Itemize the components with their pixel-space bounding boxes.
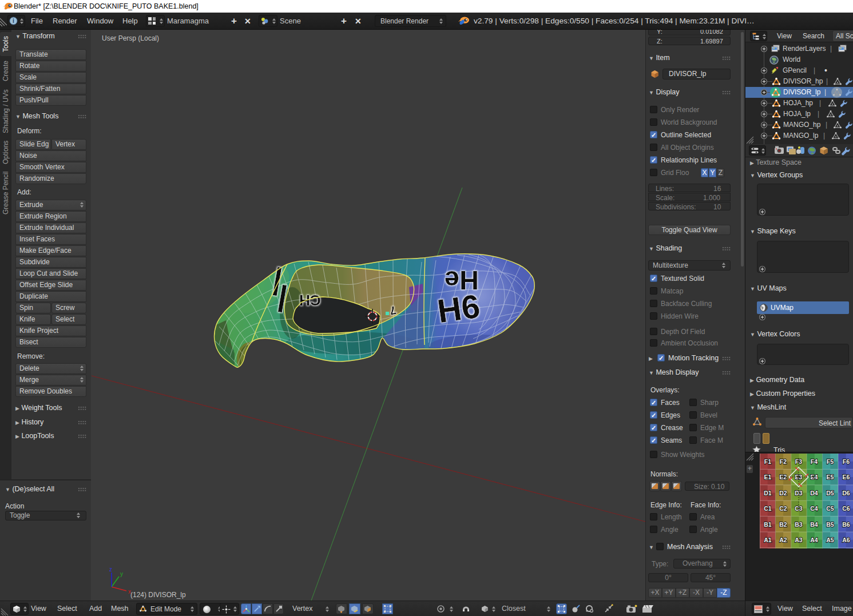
- svg-text:C4: C4: [810, 505, 818, 512]
- svg-text:CH: CH: [299, 292, 321, 309]
- svg-text:A3: A3: [795, 536, 803, 543]
- svg-text:C1: C1: [764, 505, 772, 512]
- svg-text:F3: F3: [795, 458, 802, 465]
- svg-text:B3: B3: [795, 521, 803, 528]
- svg-text:A1: A1: [764, 536, 772, 543]
- svg-text:D6: D6: [842, 490, 850, 496]
- svg-text:C5: C5: [826, 505, 834, 512]
- svg-text:C6: C6: [842, 505, 850, 512]
- svg-text:C2: C2: [779, 505, 787, 512]
- svg-text:F2: F2: [780, 458, 787, 465]
- svg-text:B6: B6: [842, 521, 850, 528]
- svg-text:F1: F1: [764, 458, 771, 465]
- svg-text:E4: E4: [811, 474, 818, 480]
- svg-text:z: z: [109, 566, 112, 573]
- svg-text:D4: D4: [810, 490, 818, 496]
- svg-text:A4: A4: [810, 536, 818, 543]
- svg-text:A5: A5: [826, 536, 834, 543]
- svg-text:A6: A6: [842, 536, 850, 543]
- svg-text:B2: B2: [779, 521, 787, 528]
- svg-text:F4: F4: [811, 458, 818, 465]
- svg-text:i: i: [13, 18, 14, 24]
- svg-text:F6: F6: [843, 458, 850, 465]
- svg-text:E5: E5: [827, 474, 834, 480]
- svg-text:A2: A2: [779, 536, 787, 543]
- svg-text:D1: D1: [764, 490, 772, 496]
- svg-text:B4: B4: [810, 521, 818, 528]
- svg-text:E1: E1: [764, 474, 772, 480]
- svg-text:B5: B5: [826, 521, 834, 528]
- svg-text:y: y: [120, 571, 123, 577]
- svg-text:E6: E6: [843, 474, 850, 480]
- svg-text:H6: H6: [435, 287, 482, 330]
- svg-text:D5: D5: [826, 490, 834, 496]
- svg-text:B1: B1: [764, 521, 772, 528]
- svg-text:F5: F5: [827, 458, 834, 465]
- svg-text:D2: D2: [779, 490, 787, 496]
